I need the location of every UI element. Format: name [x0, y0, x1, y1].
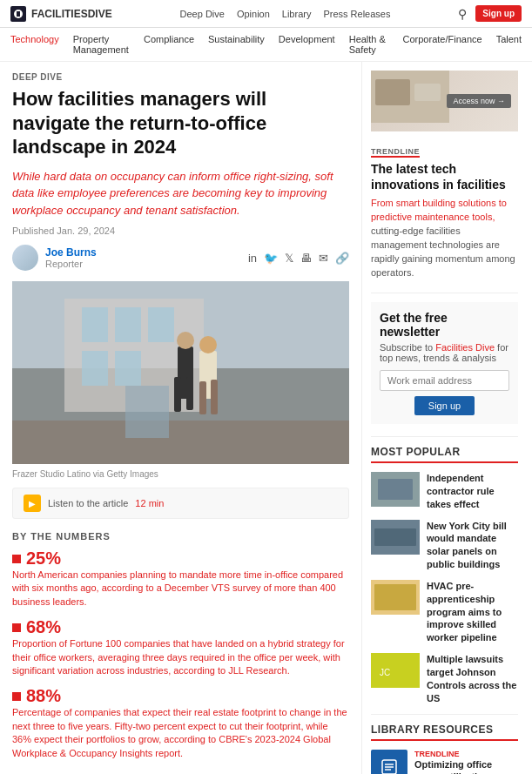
svg-point-11: [177, 332, 194, 349]
popular-text-2[interactable]: New York City bill would mandate solar p…: [427, 520, 518, 571]
article-title: How facilities managers will navigate th…: [12, 87, 349, 159]
category-nav: Technology Property Management Complianc…: [0, 28, 532, 62]
library-item-1: TRENDLINE Optimizing office space utiliz…: [371, 750, 518, 775]
svg-rect-18: [12, 421, 349, 464]
linkedin-icon[interactable]: in: [248, 252, 257, 265]
site-logo[interactable]: FACILITIESDIVE: [10, 6, 112, 22]
logo-text: FACILITIESDIVE: [31, 8, 112, 20]
svg-rect-8: [82, 351, 108, 386]
newsletter-desc: Subscribe to Facilities Dive for top new…: [380, 342, 509, 363]
svg-rect-13: [186, 377, 193, 410]
publish-date: Published Jan. 29, 2024: [12, 225, 349, 236]
divider-3: [371, 714, 518, 715]
by-numbers-section: BY THE NUMBERS 25% North American compan…: [12, 531, 349, 760]
stat-2: 68% Proportion of Fortune 100 companies …: [12, 617, 349, 677]
cat-corporate-finance[interactable]: Corporate/Finance: [403, 34, 482, 55]
library-1-trendline: TRENDLINE: [414, 750, 518, 758]
facebook-icon[interactable]: 🐦: [264, 252, 278, 265]
cat-development[interactable]: Development: [279, 34, 335, 55]
section-label: DEEP DIVE: [12, 72, 349, 82]
popular-text-1[interactable]: Independent contractor rule takes effect: [427, 472, 518, 511]
popular-text-3[interactable]: HVAC pre-apprenticeship program aims to …: [427, 580, 518, 644]
nav-deep-dive[interactable]: Deep Dive: [180, 9, 225, 19]
trendline-desc-plain: cutting-edge facilities management techn…: [371, 225, 515, 278]
svg-rect-21: [375, 79, 410, 105]
most-popular-title: MOST POPULAR: [371, 446, 518, 463]
ad-block: Access now →: [371, 71, 518, 131]
svg-rect-12: [174, 377, 181, 412]
listen-label: Listen to the article: [48, 498, 128, 508]
stat-1-pct: 25%: [12, 549, 349, 569]
svg-rect-19: [125, 386, 169, 438]
popular-item-2: New York City bill would mandate solar p…: [371, 520, 518, 571]
cat-sustainability[interactable]: Sustainability: [208, 34, 265, 55]
email-icon[interactable]: ✉: [319, 252, 328, 265]
listen-bar[interactable]: ▶ Listen to the article 12 min: [12, 488, 349, 519]
svg-rect-5: [82, 307, 108, 342]
popular-thumb-3: [371, 580, 420, 615]
nav-press-releases[interactable]: Press Releases: [323, 9, 390, 19]
svg-rect-17: [211, 380, 218, 414]
divider-1: [371, 293, 518, 293]
library-1-title[interactable]: Optimizing office space utilization: [414, 758, 518, 775]
library-title: LIBRARY RESOURCES: [371, 724, 518, 741]
author-row: Joe Burns Reporter in 🐦 𝕏 🖶 ✉ 🔗: [12, 245, 349, 271]
most-popular-section: MOST POPULAR Independent contractor rule…: [371, 446, 518, 705]
trendline-desc-highlight: From smart building solutions to predict…: [371, 198, 507, 222]
email-input[interactable]: [380, 370, 509, 391]
avatar: [12, 245, 38, 271]
svg-rect-9: [115, 351, 141, 386]
facilities-dive-link[interactable]: Facilities Dive: [435, 342, 495, 353]
cat-compliance[interactable]: Compliance: [144, 34, 194, 55]
svg-rect-7: [148, 307, 174, 342]
divider-2: [371, 436, 518, 437]
social-icons: in 🐦 𝕏 🖶 ✉ 🔗: [248, 252, 349, 265]
cat-technology[interactable]: Technology: [10, 34, 59, 55]
svg-rect-29: [371, 653, 420, 688]
svg-point-15: [199, 336, 217, 353]
image-caption: Frazer Studio Latino via Getty Images: [12, 469, 349, 479]
svg-rect-24: [378, 479, 413, 500]
ad-image: Access now →: [371, 71, 518, 131]
sidebar-column: Access now → TRENDLINE The latest tech i…: [361, 62, 527, 774]
newsletter-signup-button[interactable]: Sign up: [414, 396, 475, 415]
svg-rect-22: [414, 84, 441, 101]
library-section: LIBRARY RESOURCES TRENDLINE Optimizing o…: [371, 724, 518, 775]
trendline-label: TRENDLINE: [371, 147, 420, 158]
cat-health-safety[interactable]: Health & Safety: [349, 34, 389, 55]
article-image-inner: [12, 281, 349, 464]
stat-3: 88% Percentage of companies that expect …: [12, 686, 349, 760]
popular-item-1: Independent contractor rule takes effect: [371, 472, 518, 511]
popular-item-3: HVAC pre-apprenticeship program aims to …: [371, 580, 518, 644]
stat-1-desc: North American companies planning to man…: [12, 569, 349, 609]
newsletter-section: Get the free newsletter Subscribe to Fac…: [371, 302, 518, 424]
trendline-title[interactable]: The latest tech innovations in facilitie…: [371, 161, 518, 192]
popular-thumb-1: [371, 472, 420, 507]
listen-time: 12 min: [135, 498, 164, 508]
popular-text-4[interactable]: Multiple lawsuits target Johnson Control…: [427, 653, 518, 704]
subtitle-italic: satisfaction.: [180, 204, 240, 217]
twitter-icon[interactable]: 𝕏: [285, 252, 293, 265]
author-name[interactable]: Joe Burns: [45, 246, 97, 259]
signup-button[interactable]: Sign up: [475, 5, 522, 22]
search-icon[interactable]: ⚲: [458, 7, 467, 21]
svg-rect-16: [199, 381, 206, 414]
access-now-button[interactable]: Access now →: [447, 94, 511, 108]
popular-thumb-4: JC: [371, 653, 420, 688]
cat-property-management[interactable]: Property Management: [73, 34, 130, 55]
cat-talent[interactable]: Talent: [496, 34, 522, 55]
share-icon[interactable]: 🔗: [335, 252, 349, 265]
newsletter-title: Get the free newsletter: [380, 311, 509, 339]
subtitle-plain: While hard data on occupancy can inform …: [12, 170, 333, 217]
header-right: ⚲ Sign up: [458, 5, 522, 22]
author-role: Reporter: [45, 259, 97, 269]
stat-3-desc: Percentage of companies that expect thei…: [12, 706, 349, 760]
svg-rect-1: [17, 11, 20, 17]
main-layout: DEEP DIVE How facilities managers will n…: [0, 62, 532, 774]
nav-opinion[interactable]: Opinion: [237, 9, 270, 19]
nav-library[interactable]: Library: [282, 9, 312, 19]
library-thumb-1: [371, 750, 407, 775]
trendline-desc: From smart building solutions to predict…: [371, 197, 518, 280]
popular-item-4: JC Multiple lawsuits target Johnson Cont…: [371, 653, 518, 704]
print-icon[interactable]: 🖶: [300, 252, 312, 265]
